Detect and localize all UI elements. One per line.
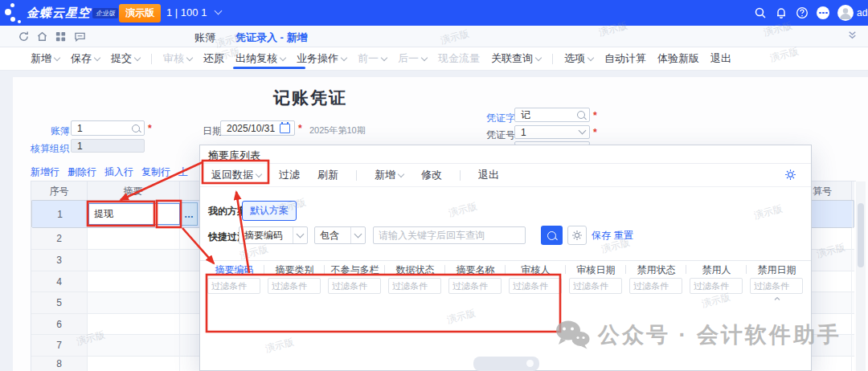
filter-operator-select[interactable]: 包含 bbox=[314, 226, 366, 244]
chevron-down-icon bbox=[134, 55, 141, 61]
accounting-org-field bbox=[71, 139, 145, 153]
row-seq-cell: 7 bbox=[31, 335, 88, 356]
search-button[interactable] bbox=[541, 226, 563, 245]
row-op-0[interactable]: 新增行 bbox=[31, 165, 59, 179]
save-plan-link[interactable]: 保存 bbox=[592, 229, 611, 243]
toolbar-related-query[interactable]: 关联查询 bbox=[491, 51, 541, 66]
chevron-down-icon bbox=[350, 227, 365, 243]
tab-close-icon[interactable]: × bbox=[294, 31, 301, 43]
keyword-search-input[interactable] bbox=[373, 226, 526, 244]
column-filter-input[interactable] bbox=[268, 278, 321, 294]
message-bubble-icon[interactable] bbox=[74, 31, 86, 43]
avatar[interactable] bbox=[837, 5, 854, 21]
column-header-partial: 算号 bbox=[813, 185, 832, 198]
row-seq-cell: 2 bbox=[31, 228, 88, 249]
cell-divider bbox=[179, 271, 180, 292]
dialog-toolbar-modify[interactable]: 修改 bbox=[421, 168, 442, 182]
toolbar-options[interactable]: 选项 bbox=[564, 51, 593, 66]
cell-divider bbox=[852, 201, 853, 229]
cell-divider bbox=[851, 228, 852, 250]
date-field[interactable] bbox=[220, 120, 295, 136]
dialog-toolbar-refresh[interactable]: 刷新 bbox=[317, 168, 338, 182]
scrollbar-thumb[interactable] bbox=[858, 203, 864, 267]
required-mark: * bbox=[593, 110, 597, 121]
search-icon[interactable] bbox=[754, 6, 767, 19]
demo-version-badge: 演示版 bbox=[119, 4, 161, 22]
required-mark: * bbox=[593, 127, 597, 138]
book-label: 账簿 bbox=[51, 124, 70, 138]
help-icon[interactable] bbox=[796, 6, 809, 19]
dialog-table-header: 摘要编码摘要类别不参与多栏账...数据状态摘要名称审核人审核日期禁用状态禁用人禁… bbox=[200, 260, 811, 275]
cell-divider bbox=[851, 335, 852, 357]
toolbar-save[interactable]: 保存 bbox=[71, 51, 100, 66]
grid-vertical-scrollbar[interactable] bbox=[856, 181, 866, 371]
dialog-settings-gear-icon[interactable] bbox=[784, 169, 796, 181]
scroll-up-icon[interactable] bbox=[774, 291, 780, 297]
grid-row-operations: 新增行删除行插入行复制行上 bbox=[31, 165, 188, 179]
assistant-icon[interactable] bbox=[817, 6, 829, 19]
brand-title: 金蝶云星空 bbox=[27, 6, 91, 21]
toolbar-new[interactable]: 新增 bbox=[31, 51, 59, 66]
notification-bell-icon[interactable] bbox=[775, 6, 788, 19]
home-icon[interactable] bbox=[36, 31, 48, 43]
my-plan-label: 我的方案 bbox=[208, 205, 247, 218]
tab-bar: 账簿 凭证录入 - 新增 × bbox=[0, 26, 868, 47]
sync-icon[interactable] bbox=[18, 31, 30, 43]
chevron-down-icon bbox=[535, 55, 542, 61]
reset-link[interactable]: 重置 bbox=[614, 229, 633, 243]
toolbar-auto-calc[interactable]: 自动计算 bbox=[604, 51, 646, 66]
voucher-word-label: 凭证字 bbox=[486, 112, 515, 125]
dialog-horizontal-scrollbar-thumb[interactable] bbox=[473, 357, 539, 371]
filter-field-value: 摘要编码 bbox=[240, 229, 293, 243]
filter-settings-gear-icon[interactable] bbox=[567, 226, 587, 245]
toolbar-restore[interactable]: 还原 bbox=[203, 51, 224, 66]
row-op-3[interactable]: 复制行 bbox=[141, 165, 170, 179]
column-header-summary: 摘要 bbox=[87, 185, 179, 198]
default-plan-chip[interactable]: 默认方案 bbox=[242, 201, 297, 221]
chevron-down-icon bbox=[256, 171, 262, 177]
apps-grid-icon[interactable] bbox=[55, 31, 67, 43]
toolbar-exit[interactable]: 退出 bbox=[710, 51, 731, 66]
chevron-down-icon bbox=[280, 55, 286, 61]
filter-field-select[interactable]: 摘要编码 bbox=[239, 226, 308, 244]
voucher-word-field[interactable] bbox=[514, 108, 590, 122]
toolbar-business-ops[interactable]: 业务操作 bbox=[297, 51, 346, 66]
toolbar-try-new-version[interactable]: 体验新版 bbox=[657, 51, 699, 66]
user-name[interactable]: adm bbox=[857, 7, 868, 18]
cell-divider bbox=[851, 314, 852, 335]
calendar-icon[interactable] bbox=[280, 124, 290, 133]
lookup-icon[interactable] bbox=[132, 124, 140, 132]
book-field[interactable] bbox=[71, 120, 145, 136]
dialog-toolbar-filter[interactable]: 过滤 bbox=[279, 168, 300, 182]
dialog-filter-row bbox=[200, 275, 811, 296]
dialog-toolbar-return-data[interactable]: 返回数据 bbox=[211, 168, 261, 182]
summary-lookup-ellipsis-button[interactable]: … bbox=[180, 202, 198, 226]
collapse-double-chevron-icon[interactable] bbox=[846, 29, 858, 41]
lookup-icon[interactable] bbox=[577, 111, 585, 119]
column-filter-input[interactable] bbox=[690, 278, 743, 294]
summary-edit-cell[interactable]: 提现 bbox=[88, 203, 180, 225]
column-filter-input[interactable] bbox=[569, 278, 622, 294]
column-filter-input[interactable] bbox=[448, 278, 502, 294]
row-op-4[interactable]: 上 bbox=[178, 165, 188, 179]
toolbar-submit[interactable]: 提交 bbox=[111, 51, 140, 66]
row-op-1[interactable]: 删除行 bbox=[68, 165, 96, 179]
row-seq-cell: 3 bbox=[31, 250, 88, 271]
row-op-2[interactable]: 插入行 bbox=[104, 165, 133, 179]
cell-divider bbox=[179, 335, 180, 357]
dialog-toolbar: 返回数据过滤刷新新增修改退出 bbox=[200, 164, 811, 187]
org-selector[interactable]: 1 | 100 1 bbox=[166, 6, 221, 18]
dialog-close-icon[interactable]: × bbox=[208, 149, 805, 161]
column-filter-input[interactable] bbox=[328, 278, 381, 294]
column-filter-input[interactable] bbox=[629, 278, 682, 294]
dialog-toolbar-exit[interactable]: 退出 bbox=[478, 168, 499, 182]
tab-account-books[interactable]: 账簿 bbox=[194, 31, 215, 45]
column-filter-input[interactable] bbox=[388, 278, 441, 294]
column-filter-input[interactable] bbox=[207, 278, 260, 294]
cell-divider bbox=[851, 250, 852, 271]
dialog-toolbar-new[interactable]: 新增 bbox=[375, 168, 403, 182]
toolbar-prev: 前一 bbox=[358, 51, 387, 66]
column-filter-input[interactable] bbox=[509, 278, 562, 294]
voucher-number-field[interactable] bbox=[514, 125, 590, 139]
toolbar-cashier-review[interactable]: 出纳复核 bbox=[235, 51, 285, 66]
